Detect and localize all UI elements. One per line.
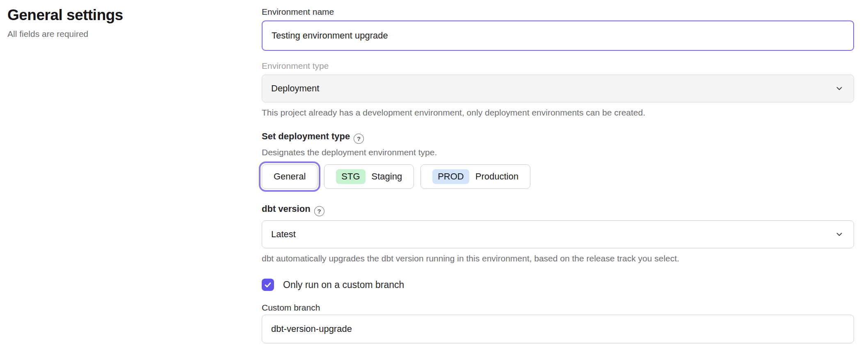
environment-name-input[interactable]: [262, 20, 854, 51]
chevron-down-icon: [835, 84, 844, 93]
page-title: General settings: [7, 6, 237, 25]
custom-branch-label: Custom branch: [262, 302, 854, 313]
environment-settings-page: General settings All fields are required…: [0, 0, 868, 354]
page-subtitle: All fields are required: [7, 29, 237, 39]
environment-name-label: Environment name: [262, 7, 854, 17]
general-settings-form: Environment name Environment type Deploy…: [262, 0, 854, 343]
deployment-type-help-icon[interactable]: ?: [354, 134, 364, 144]
deployment-type-options: General STG Staging PROD Production: [262, 164, 854, 189]
deployment-type-general-button[interactable]: General: [262, 164, 318, 189]
environment-type-select[interactable]: Deployment: [262, 75, 854, 102]
environment-type-helper: This project already has a development e…: [262, 107, 854, 118]
environment-type-label: Environment type: [262, 61, 854, 71]
chevron-down-icon: [835, 230, 844, 239]
dbt-version-select[interactable]: Latest: [262, 220, 854, 248]
section-intro: General settings All fields are required: [7, 6, 237, 39]
dbt-version-helper: dbt automatically upgrades the dbt versi…: [262, 253, 854, 264]
custom-branch-checkbox-label[interactable]: Only run on a custom branch: [283, 279, 404, 290]
deployment-type-general-label: General: [274, 171, 306, 182]
deployment-type-label: Set deployment type: [262, 131, 350, 141]
custom-branch-checkbox[interactable]: [262, 279, 274, 291]
deployment-type-helper: Designates the deployment environment ty…: [262, 147, 854, 158]
dbt-version-label: dbt version: [262, 204, 311, 214]
checkmark-icon: [264, 281, 272, 288]
staging-badge: STG: [336, 169, 365, 184]
custom-branch-checkbox-row: Only run on a custom branch: [262, 279, 854, 291]
deployment-type-staging-button[interactable]: STG Staging: [324, 164, 414, 189]
deployment-type-staging-label: Staging: [372, 171, 402, 182]
deployment-type-production-label: Production: [475, 171, 519, 182]
production-badge: PROD: [432, 169, 469, 184]
dbt-version-help-icon[interactable]: ?: [314, 206, 324, 216]
deployment-type-production-button[interactable]: PROD Production: [420, 164, 530, 189]
custom-branch-input[interactable]: [262, 315, 854, 343]
environment-type-value: Deployment: [271, 83, 319, 94]
dbt-version-value: Latest: [271, 229, 296, 240]
